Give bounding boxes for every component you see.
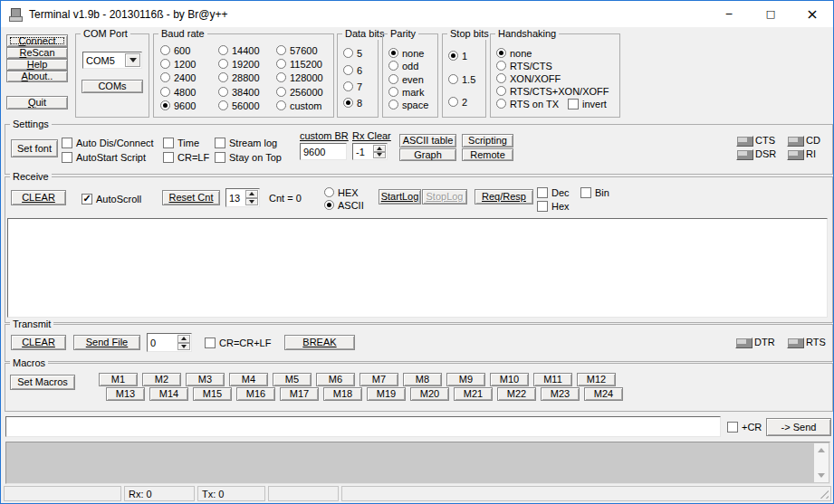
autoscroll-checkbox[interactable]: ✓AutoScroll xyxy=(81,193,141,204)
macro-button-m9[interactable]: M9 xyxy=(446,373,485,386)
send-input[interactable] xyxy=(5,416,721,437)
bin-checkbox[interactable]: Bin xyxy=(580,186,609,198)
radio-baud-56000[interactable]: 56000 xyxy=(218,100,260,111)
macro-button-m17[interactable]: M17 xyxy=(280,387,319,401)
cr-crlf-checkbox[interactable]: CR=CR+LF xyxy=(205,337,271,348)
minimize-icon[interactable]: ─ xyxy=(708,1,750,27)
macro-button-m11[interactable]: M11 xyxy=(533,373,572,386)
rx-clear-spinner[interactable]: -1 xyxy=(352,143,388,160)
macro-button-m14[interactable]: M14 xyxy=(149,387,188,401)
radio-display-hex[interactable]: HEX xyxy=(324,186,359,198)
spinner-down-icon[interactable] xyxy=(373,152,386,159)
rx-counter-spinner[interactable]: 13 xyxy=(225,188,260,207)
rescan-button[interactable]: ReScan xyxy=(6,47,68,59)
radio-baud-1200[interactable]: 1200 xyxy=(160,58,196,70)
time-checkbox[interactable]: Time xyxy=(163,137,199,148)
radio-baud-4800[interactable]: 4800 xyxy=(160,86,196,98)
cr-lf-checkbox[interactable]: CR=LF xyxy=(163,151,209,163)
radio-baud-28800[interactable]: 28800 xyxy=(218,71,260,83)
transmit-clear-button[interactable]: CLEAR xyxy=(11,335,66,350)
radio-databits-5[interactable]: 5 xyxy=(343,47,362,59)
radio-handshake-rtscts[interactable]: RTS/CTS xyxy=(496,60,552,71)
break-button[interactable]: BREAK xyxy=(284,335,355,350)
com-port-select[interactable]: COM5 xyxy=(82,52,142,69)
radio-baud-128000[interactable]: 128000 xyxy=(276,71,323,83)
radio-display-ascii[interactable]: ASCII xyxy=(324,199,364,211)
startlog-button[interactable]: StartLog xyxy=(379,189,421,204)
connect-button[interactable]: Connect xyxy=(6,34,68,47)
hex-checkbox[interactable]: Hex xyxy=(537,200,570,212)
radio-databits-8[interactable]: 8 xyxy=(343,97,362,109)
graph-button[interactable]: Graph xyxy=(399,148,456,161)
spinner-up-icon[interactable] xyxy=(373,145,386,152)
radio-handshake-none[interactable]: none xyxy=(496,47,532,59)
help-button[interactable]: Help xyxy=(6,59,68,71)
macro-button-m7[interactable]: M7 xyxy=(359,373,398,386)
plus-cr-checkbox[interactable]: +CR xyxy=(727,421,762,433)
radio-parity-none[interactable]: none xyxy=(388,47,424,59)
set-font-button[interactable]: Set font xyxy=(11,139,58,157)
macro-button-m21[interactable]: M21 xyxy=(454,387,493,401)
macro-button-m13[interactable]: M13 xyxy=(106,387,145,401)
quit-button[interactable]: Quit xyxy=(6,96,68,109)
spinner-up-icon[interactable] xyxy=(245,190,258,198)
radio-baud-custom[interactable]: custom xyxy=(276,100,321,111)
macro-button-m18[interactable]: M18 xyxy=(323,387,362,401)
radio-parity-mark[interactable]: mark xyxy=(388,86,424,98)
scroll-up-icon[interactable] xyxy=(814,443,829,457)
macro-button-m12[interactable]: M12 xyxy=(577,373,616,386)
radio-stopbits-2[interactable]: 2 xyxy=(448,96,467,108)
stream-log-checkbox[interactable]: Stream log xyxy=(215,137,277,148)
macro-button-m1[interactable]: M1 xyxy=(99,373,138,386)
custom-br-input[interactable]: 9600 xyxy=(300,143,347,160)
reset-cnt-button[interactable]: Reset Cnt xyxy=(162,190,220,205)
macro-button-m10[interactable]: M10 xyxy=(490,373,529,386)
macro-button-m2[interactable]: M2 xyxy=(142,373,181,386)
macro-button-m8[interactable]: M8 xyxy=(403,373,442,386)
radio-baud-19200[interactable]: 19200 xyxy=(218,58,260,70)
about-button[interactable]: About.. xyxy=(6,71,68,82)
maximize-icon[interactable]: □ xyxy=(750,1,791,27)
radio-baud-2400[interactable]: 2400 xyxy=(160,71,196,83)
radio-baud-57600[interactable]: 57600 xyxy=(276,44,318,56)
stoplog-button[interactable]: StopLog xyxy=(422,189,467,204)
radio-baud-14400[interactable]: 14400 xyxy=(218,44,260,56)
macro-button-m5[interactable]: M5 xyxy=(273,373,312,386)
vertical-scrollbar[interactable] xyxy=(814,443,829,482)
set-macros-button[interactable]: Set Macros xyxy=(10,375,75,390)
spinner-down-icon[interactable] xyxy=(177,343,190,351)
spinner-down-icon[interactable] xyxy=(245,198,258,206)
radio-stopbits-1[interactable]: 1 xyxy=(448,50,467,62)
radio-baud-256000[interactable]: 256000 xyxy=(276,86,323,98)
radio-stopbits-1.5[interactable]: 1.5 xyxy=(448,73,475,85)
auto-disconnect-checkbox[interactable]: Auto Dis/Connect xyxy=(62,137,154,148)
resize-grip[interactable] xyxy=(817,487,829,499)
radio-databits-7[interactable]: 7 xyxy=(343,81,362,92)
macro-button-m15[interactable]: M15 xyxy=(193,387,232,401)
macro-button-m23[interactable]: M23 xyxy=(541,387,580,401)
radio-parity-odd[interactable]: odd xyxy=(388,60,418,71)
coms-button[interactable]: COMs xyxy=(81,80,143,93)
macro-button-m20[interactable]: M20 xyxy=(410,387,449,401)
close-icon[interactable]: × xyxy=(791,1,833,27)
invert-checkbox[interactable]: invert xyxy=(568,98,607,109)
radio-databits-6[interactable]: 6 xyxy=(343,64,362,76)
radio-handshake-rtsontx[interactable]: RTS on TX xyxy=(496,98,559,109)
rts-led[interactable] xyxy=(787,338,804,348)
transmit-history-area[interactable] xyxy=(5,442,830,484)
dtr-led[interactable] xyxy=(735,338,753,348)
radio-handshake-xonxoff[interactable]: XON/XOFF xyxy=(496,72,561,84)
macro-button-m3[interactable]: M3 xyxy=(186,373,225,386)
macro-button-m22[interactable]: M22 xyxy=(497,387,536,401)
receive-clear-button[interactable]: CLEAR xyxy=(11,190,66,205)
send-button[interactable]: -> Send xyxy=(766,418,831,436)
scroll-down-icon[interactable] xyxy=(814,469,829,482)
macro-button-m24[interactable]: M24 xyxy=(584,387,623,401)
radio-baud-600[interactable]: 600 xyxy=(160,44,190,56)
spinner-up-icon[interactable] xyxy=(177,335,190,343)
macro-button-m6[interactable]: M6 xyxy=(316,373,355,386)
radio-parity-even[interactable]: even xyxy=(388,73,424,85)
dec-checkbox[interactable]: Dec xyxy=(537,186,570,198)
receive-display[interactable] xyxy=(7,218,828,318)
stay-on-top-checkbox[interactable]: Stay on Top xyxy=(215,151,282,163)
